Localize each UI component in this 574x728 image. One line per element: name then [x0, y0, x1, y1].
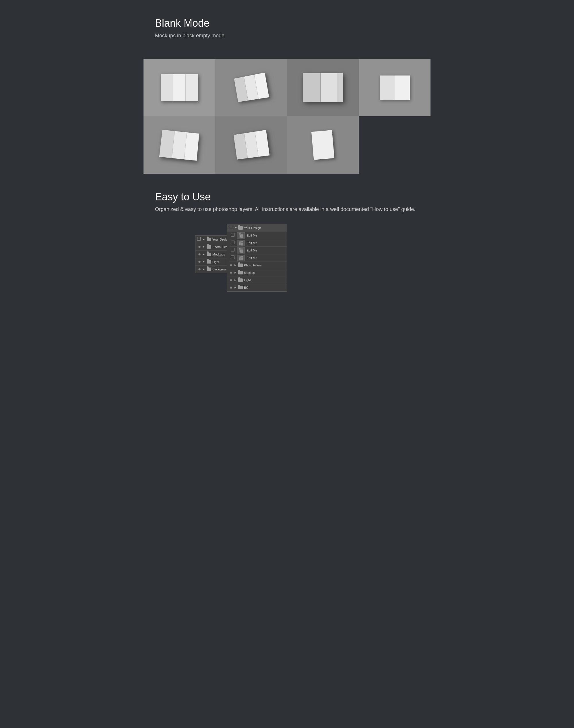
- arrow-your-design: ▶: [203, 238, 206, 241]
- folder-light: [207, 260, 211, 264]
- layer-row-light-front[interactable]: ▶ Light: [227, 276, 287, 284]
- arrow-mockup-front: ▶: [235, 271, 237, 274]
- layer-row-your-design-front[interactable]: ▼ Your Design: [227, 224, 287, 232]
- eye-background: [197, 267, 202, 272]
- folder-your-design: [207, 238, 211, 241]
- thumb-edit-3: [237, 247, 245, 253]
- arrow-photo-filters: ▶: [203, 245, 206, 248]
- checkbox-edit-2: [231, 241, 236, 245]
- thumb-edit-2: [237, 240, 245, 246]
- eye-bg-front: [229, 285, 233, 290]
- mockup-cell-7: [287, 116, 359, 174]
- easy-to-use-section: Easy to Use Organized & easy to use phot…: [144, 174, 430, 345]
- folder-photo-filters: [207, 245, 211, 249]
- folder-mockup-front: [238, 271, 243, 275]
- folder-light-front: [238, 278, 243, 282]
- brochure-5: [159, 130, 199, 161]
- mockup-cell-5: [144, 116, 215, 174]
- mockup-cell-6: [215, 116, 287, 174]
- layer-row-mockup-front[interactable]: ▶ Mockup: [227, 269, 287, 276]
- checkbox-edit-4: [231, 255, 236, 260]
- mockup-cell-2: [215, 59, 287, 116]
- eye-photo-filters: [197, 245, 202, 249]
- mockup-cell-8: [359, 116, 430, 174]
- layer-row-edit-1[interactable]: Edit Me: [229, 232, 287, 239]
- thumb-edit-4: [237, 255, 245, 261]
- layer-row-edit-2[interactable]: Edit Me: [229, 239, 287, 247]
- layer-label-your-design-front: Your Design: [244, 226, 261, 230]
- arrow-background: ▶: [203, 268, 206, 271]
- layer-label-light: Light: [212, 260, 219, 264]
- layer-panel-front: ▼ Your Design Edit Me: [227, 224, 287, 292]
- arrow-light-front: ▶: [235, 279, 237, 282]
- photoshop-layers-illustration: ▶ Your Design ▶ Photo Filters: [155, 224, 419, 333]
- eye-mockup-front: [229, 271, 233, 275]
- label-edit-1: Edit Me: [247, 234, 257, 237]
- mockup-cell-3: [287, 59, 359, 116]
- folder-your-design-front: [238, 226, 243, 230]
- layer-row-bg-front[interactable]: ▶ BG: [227, 284, 287, 291]
- brochure-7: [312, 130, 334, 160]
- arrow-light: ▶: [203, 260, 206, 263]
- mockup-cell-1: [144, 59, 215, 116]
- layer-row-edit-3[interactable]: Edit Me: [229, 247, 287, 254]
- arrow-photo-filters-front: ▶: [235, 264, 237, 267]
- label-mockup-front: Mockup: [244, 271, 255, 275]
- eye-light: [197, 259, 202, 264]
- eye-photo-filters-front: [229, 263, 233, 268]
- label-edit-4: Edit Me: [247, 256, 257, 259]
- label-bg-front: BG: [244, 286, 249, 289]
- arrow-down-your-design: ▼: [235, 226, 237, 229]
- layer-row-photo-filters-front[interactable]: ▶ Photo Filters: [227, 261, 287, 269]
- blank-mode-section: Blank Mode Mockups in black empty mode: [144, 0, 430, 59]
- folder-background: [207, 268, 211, 271]
- blank-mode-subtitle: Mockups in black empty mode: [155, 33, 419, 39]
- eye-mockups: [197, 252, 202, 257]
- layer-label-mockups: Mockups: [212, 253, 225, 256]
- label-edit-2: Edit Me: [247, 241, 257, 245]
- blank-mode-title: Blank Mode: [155, 17, 419, 29]
- brochure-3: [303, 73, 343, 102]
- label-photo-filters-front: Photo Filters: [244, 264, 262, 267]
- mockup-cell-4: [359, 59, 430, 116]
- folder-mockups: [207, 253, 211, 256]
- label-light-front: Light: [244, 278, 251, 282]
- checkbox-edit-3: [231, 248, 236, 253]
- folder-photo-filters-front: [238, 264, 243, 267]
- folder-bg-front: [238, 286, 243, 289]
- layer-row-edit-4[interactable]: Edit Me: [229, 254, 287, 261]
- brochure-6: [233, 130, 270, 160]
- arrow-mockups: ▶: [203, 253, 206, 256]
- thumb-edit-1: [237, 232, 245, 239]
- mockup-grid: [144, 59, 430, 174]
- eye-light-front: [229, 278, 233, 282]
- brochure-4: [380, 76, 410, 100]
- label-edit-3: Edit Me: [247, 249, 257, 252]
- easy-to-use-description: Organized & easy to use photoshop layers…: [155, 206, 419, 212]
- arrow-bg-front: ▶: [235, 286, 237, 289]
- checkbox-your-design: [197, 237, 202, 242]
- checkbox-your-design-front: [229, 226, 233, 230]
- brochure-1: [161, 74, 198, 101]
- easy-to-use-title: Easy to Use: [155, 191, 419, 203]
- brochure-2: [234, 72, 269, 102]
- checkbox-edit-1: [231, 233, 236, 238]
